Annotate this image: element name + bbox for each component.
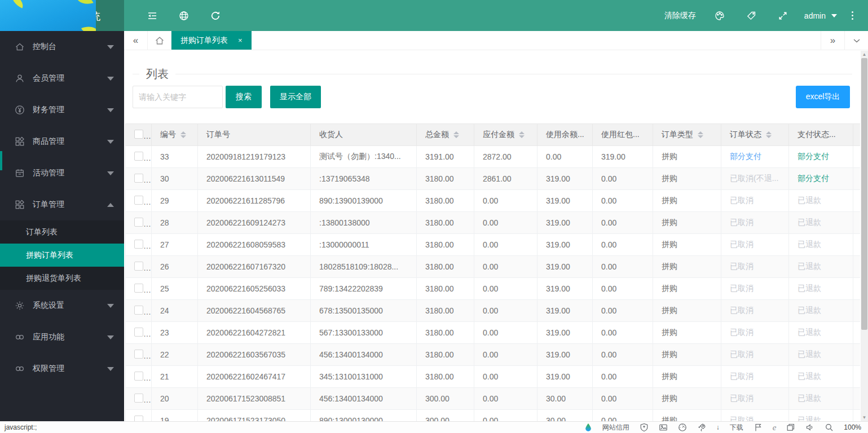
page-search-icon[interactable] xyxy=(825,423,834,432)
rocket-icon[interactable] xyxy=(697,423,706,432)
panel-legend: 列表 xyxy=(133,67,852,82)
row-checkbox-cell xyxy=(126,212,152,234)
tabs-collapse-icon[interactable] xyxy=(844,31,868,50)
cell-balance-used: 319.00 xyxy=(537,344,593,366)
row-checkbox[interactable] xyxy=(134,152,143,161)
window-restore-icon[interactable] xyxy=(786,423,795,432)
row-checkbox[interactable] xyxy=(134,284,143,293)
sidebar-subitem-拼购退货单列表[interactable]: 拼购退货单列表 xyxy=(0,267,124,290)
show-all-button[interactable]: 显示全部 xyxy=(270,86,321,108)
row-checkbox[interactable] xyxy=(134,218,143,227)
tab-home-icon[interactable] xyxy=(148,31,171,50)
header-checkbox-cell xyxy=(126,124,152,146)
water-drop-icon[interactable] xyxy=(584,423,592,432)
search-input[interactable] xyxy=(133,86,223,108)
table-row: 23202006221604272821567:133001330003180.… xyxy=(126,322,861,344)
order-status-badge[interactable]: 部分支付 xyxy=(730,152,761,161)
content-scrollbar[interactable]: ▲ ▼ xyxy=(861,51,868,421)
tabs-scroll-right-icon[interactable]: » xyxy=(821,31,844,50)
browser-zoom-level[interactable]: 100% xyxy=(844,423,861,431)
row-checkbox[interactable] xyxy=(134,196,143,205)
theme-palette-icon[interactable] xyxy=(704,0,735,31)
sort-icon[interactable] xyxy=(180,131,186,138)
sort-icon[interactable] xyxy=(698,131,703,138)
cell-balance-used: 319.00 xyxy=(537,190,593,212)
row-checkbox[interactable] xyxy=(134,262,143,271)
row-checkbox-cell xyxy=(126,146,152,168)
download-label[interactable]: 下载 xyxy=(730,423,743,432)
username-label: admin xyxy=(804,11,826,20)
cell-order-status: 已取消 xyxy=(721,190,789,212)
sidebar-item-财务管理[interactable]: 财务管理 xyxy=(0,94,124,126)
pay-status-badge: 已退款 xyxy=(797,284,821,293)
site-credit-label[interactable]: 网站信用 xyxy=(602,423,629,432)
sort-icon[interactable] xyxy=(766,131,772,138)
cell-id: 26 xyxy=(152,256,198,278)
select-all-checkbox[interactable] xyxy=(134,130,143,139)
row-checkbox[interactable] xyxy=(134,328,143,337)
cell-payable: 0.00 xyxy=(474,344,537,366)
sidebar-subitem-订单列表[interactable]: 订单列表 xyxy=(0,220,124,244)
tab-close-icon[interactable]: × xyxy=(238,36,243,45)
download-arrow-icon[interactable]: ↓ xyxy=(716,423,720,431)
sidebar-item-权限管理[interactable]: 权限管理 xyxy=(0,353,124,385)
tag-icon[interactable] xyxy=(735,0,767,31)
scrollbar-thumb[interactable] xyxy=(861,58,867,330)
cell-redpacket-used: 0.00 xyxy=(593,190,653,212)
table-row: 33202009181219179123测试号（勿删）:1340...3191.… xyxy=(126,146,861,168)
sidebar-item-活动管理[interactable]: 活动管理 xyxy=(0,157,124,189)
cell-redpacket-used: 0.00 xyxy=(593,410,653,422)
ie-compat-icon[interactable]: e xyxy=(773,423,777,432)
sidebar-item-会员管理[interactable]: 会员管理 xyxy=(0,63,124,94)
speaker-icon[interactable] xyxy=(805,423,814,432)
row-checkbox[interactable] xyxy=(134,350,143,359)
fullscreen-icon[interactable] xyxy=(767,0,799,31)
column-label: 订单状态 xyxy=(730,130,761,140)
cell-payable: 2872.00 xyxy=(474,146,537,168)
flag-icon[interactable] xyxy=(754,423,763,432)
scrollbar-down-icon[interactable]: ▼ xyxy=(861,414,868,421)
sidebar-item-订单管理[interactable]: 订单管理 xyxy=(0,189,124,220)
caret-down-icon xyxy=(107,171,114,175)
row-checkbox[interactable] xyxy=(134,416,143,422)
globe-icon[interactable] xyxy=(168,0,200,31)
sidebar-item-商品管理[interactable]: 商品管理 xyxy=(0,126,124,157)
cell-ship-status: 未发货 xyxy=(853,168,861,190)
sidebar-item-控制台[interactable]: 控制台 xyxy=(0,31,124,63)
pay-status-badge: 已退款 xyxy=(797,416,821,421)
sort-icon[interactable] xyxy=(453,131,459,138)
calendar-icon xyxy=(15,168,25,178)
gear-icon xyxy=(15,301,25,311)
more-menu-icon[interactable] xyxy=(843,11,862,20)
scrollbar-up-icon[interactable]: ▲ xyxy=(861,51,868,58)
row-checkbox[interactable] xyxy=(134,240,143,249)
user-menu[interactable]: admin xyxy=(799,11,843,20)
clear-cache-button[interactable]: 清除缓存 xyxy=(656,11,704,21)
sidebar-item-系统设置[interactable]: 系统设置 xyxy=(0,290,124,321)
table-row: 2620200622160716732018028518109:18028...… xyxy=(126,256,861,278)
cell-pay-status: 已退款 xyxy=(789,322,853,344)
order-status-badge: 已取消 xyxy=(730,350,754,359)
image-icon[interactable] xyxy=(659,423,668,432)
cell-payable: 0.00 xyxy=(474,234,537,256)
cell-ship-status: 未发货 xyxy=(853,410,861,422)
row-checkbox[interactable] xyxy=(134,372,143,381)
sidebar-item-应用功能[interactable]: 应用功能 xyxy=(0,321,124,353)
excel-export-button[interactable]: excel导出 xyxy=(796,86,850,108)
row-checkbox[interactable] xyxy=(134,306,143,315)
tabs-scroll-left-icon[interactable]: « xyxy=(124,31,148,50)
sort-icon[interactable] xyxy=(519,131,525,138)
cell-ship-status: 未发货 xyxy=(853,278,861,300)
row-checkbox[interactable] xyxy=(134,394,143,403)
search-button[interactable]: 搜索 xyxy=(226,86,262,108)
speed-gauge-icon[interactable] xyxy=(678,423,687,432)
collapse-menu-icon[interactable] xyxy=(136,0,168,31)
refresh-icon[interactable] xyxy=(200,0,231,31)
sidebar-subitem-拼购订单列表[interactable]: 拼购订单列表 xyxy=(0,244,124,267)
cell-id: 24 xyxy=(152,300,198,322)
tab-pingou-order-list[interactable]: 拼购订单列表 × xyxy=(171,31,252,50)
row-checkbox[interactable] xyxy=(134,174,143,183)
cell-total: 3180.00 xyxy=(417,256,474,278)
shield-icon[interactable] xyxy=(640,423,649,432)
cell-pay-status: 部分支付 xyxy=(789,146,853,168)
